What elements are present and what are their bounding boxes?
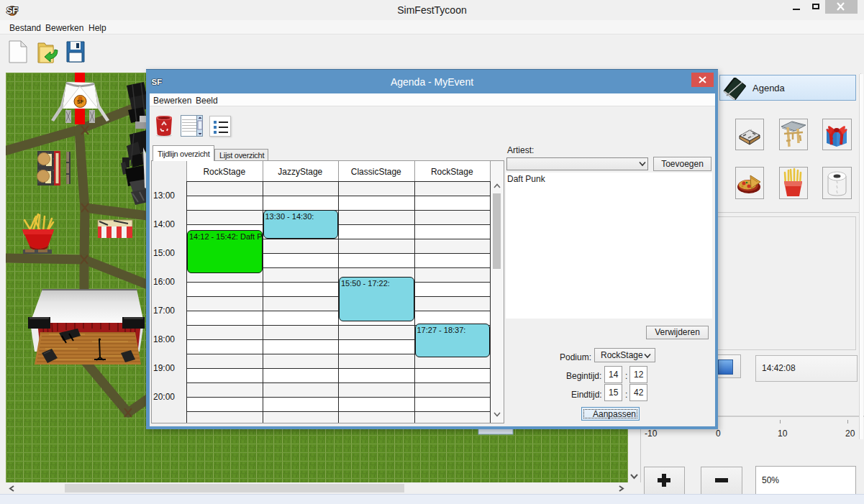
svg-text:SF: SF	[77, 99, 84, 104]
